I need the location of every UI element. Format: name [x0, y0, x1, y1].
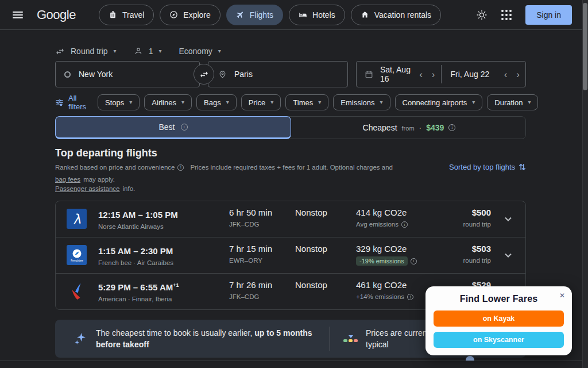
- info-icon[interactable]: [411, 258, 417, 264]
- cheapest-from-label: from: [402, 125, 415, 132]
- sign-in-button[interactable]: Sign in: [525, 5, 572, 25]
- french-bee-logo: Frenchbee: [67, 245, 87, 265]
- sort-button[interactable]: Sorted by top flights: [449, 163, 526, 171]
- chip-label: Emissions: [341, 98, 374, 107]
- swap-locations-button[interactable]: [194, 64, 214, 85]
- skyscanner-button[interactable]: on Skyscanner: [434, 332, 564, 348]
- chip-label: Airlines: [152, 98, 176, 107]
- popup-title: Find Lower Fares: [425, 286, 572, 304]
- bag-fees-link[interactable]: bag fees: [55, 175, 80, 184]
- chevron-right-icon[interactable]: ›: [516, 70, 520, 79]
- info-icon[interactable]: [448, 124, 455, 131]
- nav-pill-label: Flights: [250, 10, 273, 20]
- trip-type-dropdown[interactable]: Round trip ▾: [55, 47, 117, 56]
- emissions-badge: -19% emissions: [356, 256, 408, 266]
- flight-airlines: Norse Atlantic Airways: [98, 223, 164, 231]
- assistance-note: info.: [123, 184, 136, 193]
- house-icon: [361, 10, 369, 19]
- swap-horizontal-icon: [199, 70, 209, 79]
- return-date[interactable]: Fri, Aug 22 ‹ ›: [442, 62, 526, 87]
- chip-label: Bags: [204, 98, 221, 107]
- chevron-down-icon: ▾: [528, 99, 531, 105]
- expand-flight-button[interactable]: [498, 217, 519, 221]
- filter-chip-airlines[interactable]: Airlines▾: [144, 94, 192, 110]
- nav-pill-label: Hotels: [312, 10, 335, 20]
- chevron-right-icon[interactable]: ›: [432, 70, 435, 79]
- flight-stops: Nonstop: [295, 243, 356, 255]
- passengers-dropdown[interactable]: 1 ▾: [134, 47, 162, 56]
- flight-row[interactable]: 12:15 AM – 1:05 PM Norse Atlantic Airway…: [56, 201, 525, 237]
- flight-airlines: American · Finnair, Iberia: [98, 295, 172, 304]
- info-icon[interactable]: [177, 164, 184, 171]
- origin-input[interactable]: [79, 70, 176, 79]
- flight-row[interactable]: Frenchbee 1:15 AM – 2:30 PM French bee ·…: [56, 237, 525, 273]
- obscured-button-edge: [466, 356, 474, 361]
- dark-mode-icon[interactable]: [476, 9, 488, 21]
- departure-date[interactable]: Sat, Aug 16 ‹ ›: [357, 62, 441, 87]
- tab-cheapest-label: Cheapest: [363, 123, 397, 132]
- cabin-class-value: Economy: [179, 47, 212, 56]
- bottom-divider: [0, 361, 582, 361]
- cabin-class-dropdown[interactable]: Economy ▾: [179, 47, 220, 56]
- banner-divider: [330, 327, 330, 351]
- chevron-left-icon[interactable]: ‹: [419, 70, 423, 79]
- nav-pill-explore[interactable]: Explore: [160, 5, 220, 25]
- filter-chip-price[interactable]: Price▾: [241, 94, 281, 110]
- filter-chip-stops[interactable]: Stops▾: [98, 94, 140, 110]
- filter-chip-duration[interactable]: Duration▾: [487, 94, 538, 110]
- nav-pill-hotels[interactable]: Hotels: [289, 5, 345, 25]
- flight-price: $500: [455, 207, 491, 218]
- nav-pill-flights[interactable]: Flights: [226, 5, 283, 25]
- ranking-tabs: Best Cheapest from · $439: [55, 116, 526, 139]
- sparkle-icon: [74, 332, 87, 346]
- chevron-down-icon: ▾: [218, 48, 221, 54]
- expand-flight-button[interactable]: [498, 253, 519, 258]
- chevron-down-icon: ▾: [129, 99, 132, 105]
- search-fields-row: Sat, Aug 16 ‹ › Fri, Aug 22 ‹ ›: [55, 61, 526, 87]
- luggage-icon: [109, 10, 117, 19]
- find-lower-fares-popup: ✕ Find Lower Fares on Kayak on Skyscanne…: [425, 286, 572, 355]
- top-app-bar: Google Travel Explore Flights Hotels: [0, 0, 588, 30]
- flight-route: EWR–ORY: [229, 256, 262, 265]
- scrollbar-thumb[interactable]: [583, 3, 587, 90]
- info-icon[interactable]: [181, 124, 188, 131]
- dates-field: Sat, Aug 16 ‹ › Fri, Aug 22 ‹ ›: [356, 61, 526, 87]
- filter-chip-bags[interactable]: Bags▾: [196, 94, 237, 110]
- chevron-down-icon: ▾: [380, 99, 383, 105]
- flight-airlines: French bee · Air Caraibes: [98, 259, 173, 267]
- hamburger-menu-icon[interactable]: [13, 8, 26, 22]
- nav-pill-travel[interactable]: Travel: [99, 5, 154, 25]
- destination-field[interactable]: [208, 61, 348, 87]
- emissions-note: Avg emissions: [356, 220, 399, 229]
- chevron-down-icon: ▾: [114, 48, 117, 54]
- filter-chip-emissions[interactable]: Emissions▾: [333, 94, 390, 110]
- tab-best[interactable]: Best: [55, 116, 291, 139]
- flight-route: JFK–CDG: [229, 220, 259, 229]
- chip-label: Price: [249, 98, 266, 107]
- close-icon[interactable]: ✕: [559, 292, 565, 299]
- trip-options-row: Round trip ▾ 1 ▾ Economy ▾: [55, 43, 526, 60]
- google-logo[interactable]: Google: [37, 7, 76, 22]
- bed-icon: [299, 10, 307, 19]
- all-filters-button[interactable]: All filters: [55, 94, 86, 111]
- flight-duration: 7 hr 15 min: [229, 243, 295, 255]
- chevron-down-icon: ▾: [158, 48, 161, 54]
- filter-chip-connecting-airports[interactable]: Connecting airports▾: [395, 94, 483, 110]
- info-icon[interactable]: [407, 294, 413, 300]
- chevron-down-icon: [505, 217, 512, 221]
- emissions-note: +14% emissions: [356, 293, 404, 301]
- origin-circle-icon: [64, 71, 71, 78]
- tab-cheapest[interactable]: Cheapest from · $439: [293, 117, 525, 139]
- destination-input[interactable]: [234, 70, 332, 79]
- price-level-icon: [343, 335, 358, 342]
- flights-icon: [236, 10, 245, 19]
- google-apps-icon[interactable]: [501, 10, 512, 20]
- origin-field[interactable]: [55, 61, 200, 87]
- chip-label: Stops: [105, 98, 124, 107]
- kayak-button[interactable]: on Kayak: [434, 310, 564, 327]
- chevron-left-icon[interactable]: ‹: [504, 70, 508, 79]
- nav-pill-vacation-rentals[interactable]: Vacation rentals: [351, 5, 441, 25]
- filter-chip-times[interactable]: Times▾: [285, 94, 328, 110]
- passenger-assistance-link[interactable]: Passenger assistance: [55, 184, 120, 193]
- info-icon[interactable]: [401, 221, 408, 228]
